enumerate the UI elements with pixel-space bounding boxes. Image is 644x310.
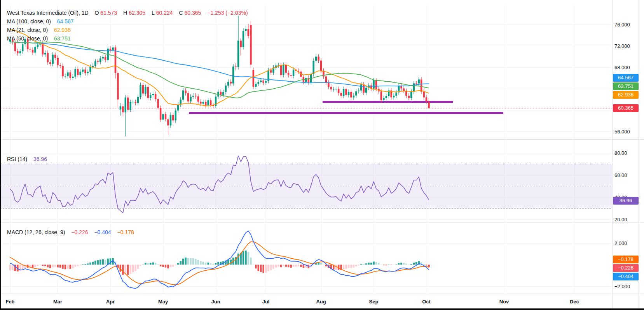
high-letter: H xyxy=(123,10,127,16)
ma21-label: MA (21, close, 0) xyxy=(7,27,48,33)
rsi-value: 36.96 xyxy=(33,156,47,162)
ma100-legend-row[interactable]: MA (100, close, 0) 64.567 xyxy=(7,17,250,26)
price-badge: 36.96 xyxy=(613,197,639,205)
month-label-aug: Aug xyxy=(316,299,326,305)
open-value: 61.573 xyxy=(100,10,117,16)
rsi-axis-label: 20.00 xyxy=(614,217,627,222)
ma50-legend-row[interactable]: MA (50, close, 0) 63.751 xyxy=(7,34,250,43)
price-badge: 60.365 xyxy=(613,104,639,112)
rsi-axis-label: 60.00 xyxy=(614,172,627,178)
macd-signal-value: −0.178 xyxy=(117,229,134,235)
price-axis-label: 56.000 xyxy=(614,129,630,135)
trading-chart-window: West Texas Intermediate (Oil), 1D O61.57… xyxy=(0,0,644,310)
main-legend[interactable]: West Texas Intermediate (Oil), 1D O61.57… xyxy=(7,9,250,43)
macd-axis-label: 2.000 xyxy=(614,240,627,246)
price-badge: 63.751 xyxy=(613,82,639,90)
price-axis-label: 68.000 xyxy=(614,65,630,70)
month-label-mar: Mar xyxy=(53,299,62,305)
ma21-value: 62.936 xyxy=(54,27,71,33)
price-axis-label: 72.000 xyxy=(614,43,630,49)
price-badge: −0.404 xyxy=(613,273,639,280)
month-label-oct: Oct xyxy=(422,299,431,305)
macd-legend[interactable]: MACD (12, 26, close, 9) −0.226 −0.404 −0… xyxy=(7,228,136,236)
high-value: 62.305 xyxy=(129,10,145,16)
month-label-apr: Apr xyxy=(106,299,115,305)
window-left-border xyxy=(0,0,1,310)
ma50-value: 63.751 xyxy=(54,35,71,42)
open-letter: O xyxy=(94,10,99,16)
price-badge: −0.178 xyxy=(613,256,639,263)
symbol-title: West Texas Intermediate (Oil), 1D xyxy=(7,10,89,16)
month-label-jun: Jun xyxy=(211,299,220,305)
price-axis-label: 76.000 xyxy=(614,22,630,28)
close-letter: C xyxy=(179,10,183,16)
price-badge: 62.936 xyxy=(613,91,639,99)
change-value: −1.253 (−2.03%) xyxy=(207,10,248,16)
month-label-sep: Sep xyxy=(369,299,379,305)
macd-hist-value: −0.226 xyxy=(71,229,88,235)
window-bottom-border xyxy=(0,308,644,310)
month-label-may: May xyxy=(158,299,168,305)
ma100-label: MA (100, close, 0) xyxy=(7,18,51,25)
symbol-legend-row[interactable]: West Texas Intermediate (Oil), 1D O61.57… xyxy=(7,9,250,17)
ma100-value: 64.567 xyxy=(57,18,74,25)
macd-line-value: −0.404 xyxy=(94,229,111,235)
close-value: 60.365 xyxy=(185,10,201,16)
low-value: 60.224 xyxy=(156,10,173,16)
month-label-feb: Feb xyxy=(5,299,14,305)
rsi-label: RSI (14) xyxy=(7,156,27,162)
ma21-legend-row[interactable]: MA (21, close, 0) 62.936 xyxy=(7,26,250,34)
rsi-legend[interactable]: RSI (14) 36.96 xyxy=(7,155,49,163)
low-letter: L xyxy=(152,10,155,16)
ma50-label: MA (50, close, 0) xyxy=(7,35,48,42)
price-badge: 64.567 xyxy=(613,74,639,82)
macd-label: MACD (12, 26, close, 9) xyxy=(7,229,65,235)
macd-axis-label: −2.000 xyxy=(614,284,630,289)
chart-canvas[interactable] xyxy=(0,0,644,310)
month-label-dec: Dec xyxy=(570,299,579,305)
rsi-axis-label: 80.00 xyxy=(614,150,627,156)
price-badge: −0.226 xyxy=(613,264,639,272)
month-label-nov: Nov xyxy=(499,299,509,305)
month-label-jul: Jul xyxy=(262,299,270,305)
